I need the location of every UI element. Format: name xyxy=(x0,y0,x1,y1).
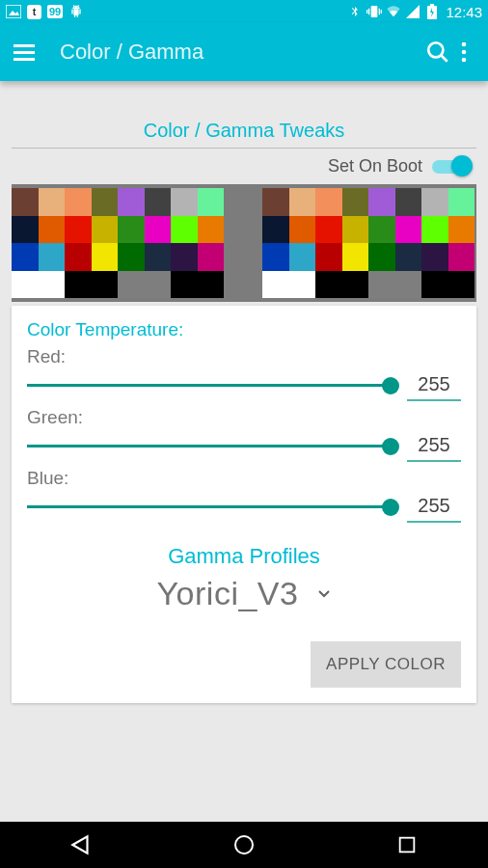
battery-charging-icon xyxy=(424,4,440,19)
color-swatch xyxy=(12,271,39,299)
blue-slider[interactable] xyxy=(27,492,393,523)
color-swatch xyxy=(448,271,475,299)
red-value-input[interactable]: 255 xyxy=(407,369,461,401)
color-swatch xyxy=(262,271,289,299)
color-swatch xyxy=(39,188,66,216)
color-swatch xyxy=(395,188,422,216)
color-swatch xyxy=(118,271,145,299)
blue-label: Blue: xyxy=(27,468,461,489)
recents-icon[interactable] xyxy=(393,831,420,858)
color-preview-strip xyxy=(12,184,476,302)
color-swatch xyxy=(65,188,92,216)
color-swatch xyxy=(448,243,475,271)
color-swatch xyxy=(315,188,342,216)
color-swatch xyxy=(92,271,119,299)
clock-text: 12:43 xyxy=(446,4,482,20)
apply-color-button[interactable]: APPLY COLOR xyxy=(311,641,461,688)
svg-point-8 xyxy=(462,50,467,55)
gamma-profile-dropdown[interactable]: Yorici_V3 xyxy=(27,575,461,612)
color-swatch xyxy=(262,216,289,244)
green-label: Green: xyxy=(27,407,461,428)
color-swatch xyxy=(198,188,225,216)
home-icon[interactable] xyxy=(230,831,258,858)
svg-rect-12 xyxy=(399,838,414,853)
status-bar: t 99 12:43 xyxy=(0,0,488,23)
section-title: Color / Gamma Tweaks xyxy=(144,120,345,141)
color-swatch xyxy=(171,188,198,216)
color-swatch xyxy=(65,271,92,299)
color-swatch xyxy=(145,271,172,299)
color-swatch xyxy=(171,271,198,299)
svg-marker-10 xyxy=(73,836,88,853)
color-swatch xyxy=(12,243,39,271)
color-swatch xyxy=(92,188,119,216)
color-swatch xyxy=(368,188,395,216)
notification-count-icon: 99 xyxy=(47,5,63,18)
vibrate-icon xyxy=(366,4,382,19)
color-swatch xyxy=(262,243,289,271)
color-swatch xyxy=(12,216,39,244)
svg-marker-1 xyxy=(9,11,19,15)
color-swatch xyxy=(198,271,225,299)
color-swatch xyxy=(39,243,66,271)
chevron-down-icon xyxy=(317,585,331,603)
color-swatch xyxy=(421,243,448,271)
color-swatch xyxy=(65,216,92,244)
svg-point-9 xyxy=(462,58,467,63)
color-swatch xyxy=(289,243,316,271)
color-swatch xyxy=(145,216,172,244)
color-swatch xyxy=(448,216,475,244)
tumblr-icon: t xyxy=(27,5,41,19)
color-swatch xyxy=(118,216,145,244)
set-on-boot-switch[interactable] xyxy=(432,157,473,176)
color-swatch xyxy=(92,243,119,271)
blue-value-input[interactable]: 255 xyxy=(407,491,461,523)
android-icon xyxy=(68,4,84,19)
color-swatch xyxy=(118,243,145,271)
bluetooth-icon xyxy=(347,4,363,19)
color-swatch xyxy=(262,188,289,216)
app-bar: Color / Gamma xyxy=(0,23,488,81)
color-swatch xyxy=(39,271,66,299)
color-swatch xyxy=(342,216,369,244)
color-swatch xyxy=(289,216,316,244)
green-slider[interactable] xyxy=(27,431,393,462)
color-temperature-header: Color Temperature: xyxy=(27,319,461,340)
color-swatch xyxy=(342,243,369,271)
back-icon[interactable] xyxy=(68,831,95,858)
color-swatch xyxy=(65,243,92,271)
color-swatch xyxy=(342,188,369,216)
svg-point-5 xyxy=(428,42,443,57)
signal-icon xyxy=(405,4,420,19)
page-title: Color / Gamma xyxy=(60,40,203,65)
red-slider[interactable] xyxy=(27,370,393,401)
color-swatch xyxy=(171,216,198,244)
green-value-input[interactable]: 255 xyxy=(407,430,461,462)
menu-icon[interactable] xyxy=(14,44,37,61)
svg-line-6 xyxy=(441,55,447,62)
gamma-profiles-title: Gamma Profiles xyxy=(27,544,461,569)
color-swatch xyxy=(342,271,369,299)
color-swatch xyxy=(395,271,422,299)
color-swatch xyxy=(92,216,119,244)
overflow-menu-icon[interactable] xyxy=(453,41,474,63)
color-swatch xyxy=(395,243,422,271)
color-swatch xyxy=(315,271,342,299)
color-swatch xyxy=(368,271,395,299)
color-swatch xyxy=(198,216,225,244)
color-temperature-card: Color Temperature: Red: 255 Green: 255 B… xyxy=(12,306,476,703)
color-swatch xyxy=(198,243,225,271)
svg-rect-3 xyxy=(430,4,434,6)
color-swatch xyxy=(395,216,422,244)
svg-point-7 xyxy=(462,42,467,47)
color-swatch xyxy=(315,216,342,244)
gamma-profile-selected: Yorici_V3 xyxy=(157,575,299,612)
color-swatch xyxy=(12,188,39,216)
set-on-boot-label: Set On Boot xyxy=(328,156,422,176)
color-swatch xyxy=(448,188,475,216)
color-swatch xyxy=(368,243,395,271)
color-swatch xyxy=(39,216,66,244)
search-icon[interactable] xyxy=(422,40,453,65)
color-swatch xyxy=(145,243,172,271)
image-icon xyxy=(6,4,21,19)
